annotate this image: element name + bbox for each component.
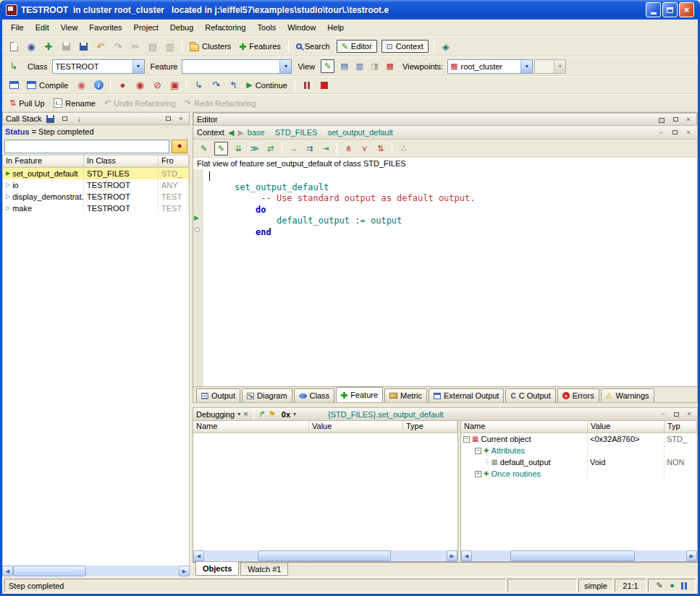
copy-button[interactable] <box>145 38 161 54</box>
close-editor-button[interactable] <box>683 115 693 124</box>
call-stack-row[interactable]: make TESTROOT TEST <box>3 203 189 214</box>
undo-button[interactable] <box>93 38 109 54</box>
column-from[interactable]: Fro <box>159 156 189 168</box>
tab-errors[interactable]: Errors <box>557 388 599 402</box>
scroll-track[interactable] <box>472 550 686 561</box>
menu-view[interactable]: View <box>55 20 84 35</box>
save-all-button[interactable] <box>75 38 91 54</box>
scroll-left-button[interactable] <box>461 550 472 561</box>
scroll-right-button[interactable] <box>179 566 190 576</box>
run-workbench-button[interactable] <box>114 77 130 93</box>
redo-button[interactable] <box>110 38 126 54</box>
diagram-tool-button[interactable] <box>438 38 454 54</box>
maximize-debugging-button[interactable] <box>671 410 681 419</box>
breakpoint-gutter[interactable] <box>193 169 203 386</box>
ancestors-button[interactable] <box>342 142 355 156</box>
scroll-thumb[interactable] <box>258 550 391 561</box>
tab-external-output[interactable]: External Output <box>429 388 504 402</box>
tab-class[interactable]: Class <box>294 388 335 402</box>
scroll-thumb[interactable] <box>13 566 86 576</box>
assigners-button[interactable] <box>263 142 277 156</box>
menu-window[interactable]: Window <box>282 20 321 35</box>
clusters-button[interactable]: Clusters <box>186 41 235 53</box>
import-stack-button[interactable] <box>74 114 85 124</box>
scroll-left-button[interactable] <box>193 550 204 561</box>
code-editor[interactable]: set_output_default -- Use standard outpu… <box>203 169 697 386</box>
watch-table-body[interactable] <box>193 433 457 550</box>
save-call-stack-button[interactable] <box>45 114 56 124</box>
scroll-right-button[interactable] <box>686 550 697 561</box>
call-stack-row[interactable]: set_output_default STD_FILES STD_ <box>3 168 189 179</box>
tab-metric[interactable]: Metric <box>384 388 427 402</box>
float-editor-button[interactable] <box>657 115 667 124</box>
menu-favorites[interactable]: Favorites <box>83 20 127 35</box>
column-value[interactable]: Value <box>588 421 665 433</box>
column-name[interactable]: Name <box>193 421 309 433</box>
expand-icon[interactable] <box>475 471 481 477</box>
call-stack-row[interactable]: display_demonstrat... TESTROOT TEST <box>3 191 189 203</box>
tab-diagram[interactable]: Diagram <box>242 388 292 402</box>
tab-watch-1[interactable]: Watch #1 <box>240 563 288 576</box>
tab-c-output[interactable]: C Output <box>505 388 555 402</box>
close-call-stack-button[interactable] <box>176 114 186 123</box>
pause-button[interactable] <box>299 77 315 93</box>
debugging-menu-icon[interactable] <box>237 412 240 417</box>
maximize-context-button[interactable] <box>670 128 680 137</box>
editable-view-button[interactable] <box>214 142 228 156</box>
collapse-icon[interactable] <box>463 436 470 443</box>
column-type[interactable]: Typ <box>665 421 697 433</box>
viewpoints-dropdown-icon[interactable] <box>520 60 532 73</box>
compile-state-icon[interactable] <box>670 582 675 589</box>
column-value[interactable]: Value <box>309 421 403 433</box>
menu-project[interactable]: Project <box>128 20 164 35</box>
collapse-icon[interactable] <box>475 448 481 454</box>
callees-button[interactable] <box>248 142 261 156</box>
interface-view-button[interactable] <box>319 142 332 156</box>
object-tree-row[interactable]: Current object <0x32A8760> STD_ <box>461 433 697 445</box>
save-button[interactable] <box>58 38 74 54</box>
column-type[interactable]: Type <box>403 421 457 433</box>
continue-button[interactable]: Continue <box>243 80 291 91</box>
feature-dropdown-icon[interactable] <box>279 60 291 73</box>
maximize-editor-button[interactable] <box>670 115 680 124</box>
viewpoints-combobox[interactable]: root_cluster <box>447 59 533 74</box>
maximize-call-stack-button[interactable] <box>163 114 173 123</box>
tab-output[interactable]: Output <box>196 388 240 402</box>
hex-format-button[interactable]: 0x <box>282 410 290 419</box>
stack-depth-apply-button[interactable] <box>172 140 187 153</box>
step-into-button[interactable] <box>190 77 206 93</box>
compile-button[interactable]: Compile <box>23 80 72 91</box>
hex-dropdown-icon[interactable] <box>293 412 296 417</box>
undo-refactoring-button[interactable]: Undo Refactoring <box>101 98 180 109</box>
edit-feature-button[interactable] <box>197 142 211 156</box>
stop-button[interactable] <box>316 77 332 93</box>
view-clickable-button[interactable] <box>353 59 366 73</box>
view-editable-button[interactable] <box>321 59 334 73</box>
breadcrumb-cluster[interactable]: base <box>248 128 265 137</box>
scroll-right-button[interactable] <box>447 550 457 561</box>
feature-combobox[interactable] <box>182 59 292 74</box>
paste-button[interactable] <box>162 38 178 54</box>
menu-debug[interactable]: Debug <box>164 20 199 35</box>
breakpoint-slot-icon[interactable] <box>195 227 200 232</box>
inheritance-button[interactable] <box>374 142 387 156</box>
run-ignore-breakpoints-button[interactable] <box>132 77 148 93</box>
rename-button[interactable]: Rename <box>50 97 99 109</box>
project-info-button[interactable] <box>90 77 106 93</box>
close-context-button[interactable] <box>683 128 693 137</box>
call-stack-hscrollbar[interactable] <box>2 566 190 576</box>
object-tree-row[interactable]: Once routines <box>461 468 697 480</box>
column-in-class[interactable]: In Class <box>84 156 159 168</box>
contract-view-button[interactable] <box>303 142 316 156</box>
tab-warnings[interactable]: Warnings <box>601 388 654 402</box>
melt-button[interactable] <box>73 77 89 93</box>
context-back-button[interactable] <box>228 129 234 137</box>
editor-toggle-button[interactable]: Editor <box>337 40 377 53</box>
breadcrumb-class[interactable]: STD_FILES <box>275 128 318 137</box>
scroll-track[interactable] <box>13 566 179 576</box>
class-combobox[interactable]: TESTROOT <box>52 59 145 74</box>
flat-view-button[interactable] <box>287 142 300 156</box>
suppliers-button[interactable] <box>397 142 410 156</box>
redo-refactoring-button[interactable]: Redo Refactoring <box>181 98 260 109</box>
exception-handling-icon[interactable] <box>259 410 266 418</box>
